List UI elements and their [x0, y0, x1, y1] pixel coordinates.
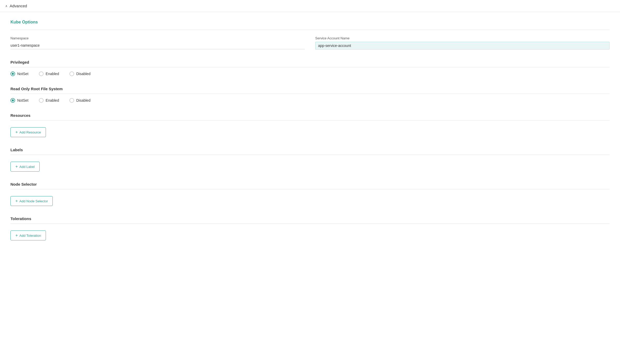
add-node-selector-label: Add Node Selector: [19, 199, 48, 203]
privileged-enabled-radio[interactable]: [39, 71, 44, 76]
labels-section: Labels + Add Label: [10, 148, 610, 172]
tolerations-section-label: Tolerations: [10, 216, 610, 224]
add-resource-label: Add Resource: [19, 130, 41, 134]
kube-options-title: Kube Options: [10, 20, 610, 25]
tolerations-section: Tolerations + Add Toleration: [10, 216, 610, 240]
readonly-section: Read Only Root File System NotSet Enable…: [10, 87, 610, 103]
privileged-label: Privileged: [10, 60, 610, 67]
add-resource-button[interactable]: + Add Resource: [10, 127, 46, 137]
resources-section: Resources + Add Resource: [10, 113, 610, 137]
add-toleration-label: Add Toleration: [19, 234, 41, 238]
privileged-disabled-label: Disabled: [76, 72, 90, 76]
namespace-serviceaccount-row: Namespace Service Account Name: [10, 36, 610, 50]
page-container: ∧ Advanced Kube Options Namespace Servic…: [0, 0, 620, 364]
add-label-label: Add Label: [19, 165, 35, 169]
add-toleration-button[interactable]: + Add Toleration: [10, 230, 46, 240]
add-toleration-plus-icon: +: [15, 233, 18, 238]
privileged-notset-option[interactable]: NotSet: [10, 71, 28, 76]
add-label-plus-icon: +: [15, 165, 18, 169]
node-selector-section-label: Node Selector: [10, 182, 610, 189]
readonly-label: Read Only Root File System: [10, 87, 610, 94]
readonly-enabled-label: Enabled: [46, 98, 59, 102]
privileged-enabled-option[interactable]: Enabled: [39, 71, 59, 76]
namespace-input[interactable]: [10, 42, 305, 49]
add-node-selector-plus-icon: +: [15, 199, 18, 203]
readonly-radio-group: NotSet Enabled Disabled: [10, 98, 610, 103]
privileged-notset-label: NotSet: [17, 72, 28, 76]
readonly-notset-radio[interactable]: [10, 98, 15, 103]
readonly-notset-label: NotSet: [17, 98, 28, 102]
service-account-label: Service Account Name: [315, 36, 610, 40]
privileged-disabled-radio[interactable]: [69, 71, 74, 76]
readonly-disabled-label: Disabled: [76, 98, 90, 102]
readonly-notset-option[interactable]: NotSet: [10, 98, 28, 103]
labels-section-label: Labels: [10, 148, 610, 155]
add-resource-plus-icon: +: [15, 130, 18, 134]
privileged-enabled-label: Enabled: [46, 72, 59, 76]
readonly-enabled-option[interactable]: Enabled: [39, 98, 59, 103]
service-account-input[interactable]: [315, 42, 610, 50]
readonly-disabled-radio[interactable]: [69, 98, 74, 103]
content-area: Kube Options Namespace Service Account N…: [0, 12, 620, 259]
kube-options-divider: [10, 30, 610, 30]
privileged-section: Privileged NotSet Enabled Disabled: [10, 60, 610, 76]
chevron-up-icon: ∧: [5, 4, 8, 8]
namespace-label: Namespace: [10, 36, 305, 40]
privileged-notset-radio[interactable]: [10, 71, 15, 76]
kube-options-section: Kube Options Namespace Service Account N…: [10, 20, 610, 50]
readonly-disabled-option[interactable]: Disabled: [69, 98, 90, 103]
resources-section-label: Resources: [10, 113, 610, 120]
privileged-disabled-option[interactable]: Disabled: [69, 71, 90, 76]
service-account-field: Service Account Name: [315, 36, 610, 50]
advanced-title: Advanced: [10, 4, 27, 8]
readonly-enabled-radio[interactable]: [39, 98, 44, 103]
node-selector-section: Node Selector + Add Node Selector: [10, 182, 610, 206]
namespace-field: Namespace: [10, 36, 305, 50]
advanced-section-header[interactable]: ∧ Advanced: [0, 0, 620, 12]
add-node-selector-button[interactable]: + Add Node Selector: [10, 196, 53, 206]
add-label-button[interactable]: + Add Label: [10, 162, 40, 172]
privileged-radio-group: NotSet Enabled Disabled: [10, 71, 610, 76]
